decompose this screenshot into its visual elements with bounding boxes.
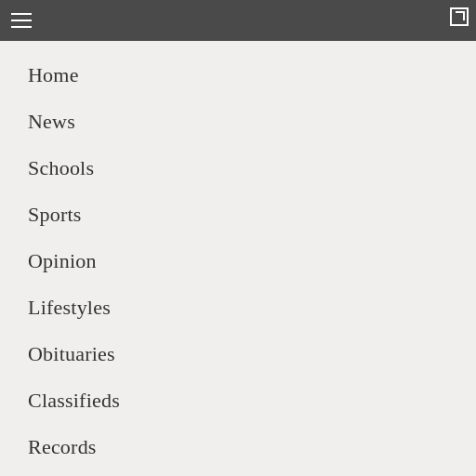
main-navigation: Home News Schools Sports Opinion Lifesty… (0, 41, 476, 470)
hamburger-menu-icon[interactable] (11, 13, 32, 28)
nav-item-classifieds[interactable]: Classifieds (0, 377, 476, 424)
corner-resize-icon (450, 7, 469, 26)
nav-item-opinion[interactable]: Opinion (0, 238, 476, 284)
nav-item-obituaries[interactable]: Obituaries (0, 331, 476, 377)
nav-item-news[interactable]: News (0, 99, 476, 145)
nav-item-schools[interactable]: Schools (0, 145, 476, 192)
nav-item-records[interactable]: Records (0, 424, 476, 470)
nav-item-sports[interactable]: Sports (0, 192, 476, 238)
nav-item-home[interactable]: Home (0, 52, 476, 99)
header-bar (0, 0, 476, 41)
nav-item-lifestyles[interactable]: Lifestyles (0, 284, 476, 331)
